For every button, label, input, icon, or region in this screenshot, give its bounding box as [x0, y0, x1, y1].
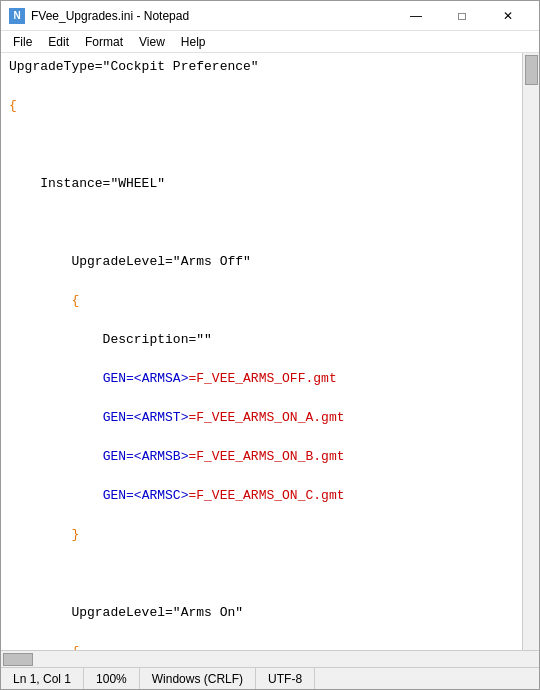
- line-ending: Windows (CRLF): [140, 668, 256, 689]
- window-title: FVee_Upgrades.ini - Notepad: [31, 9, 393, 23]
- line-9: GEN=<ARMSA>=F_VEE_ARMS_OFF.gmt: [9, 369, 514, 389]
- line-13: }: [9, 525, 514, 545]
- encoding: UTF-8: [256, 668, 315, 689]
- line-10: GEN=<ARMST>=F_VEE_ARMS_ON_A.gmt: [9, 408, 514, 428]
- scrollbar-thumb-x[interactable]: [3, 653, 33, 666]
- menu-help[interactable]: Help: [173, 33, 214, 51]
- line-7: {: [9, 291, 514, 311]
- line-15: UpgradeLevel="Arms On": [9, 603, 514, 623]
- scrollbar-thumb-y[interactable]: [525, 55, 538, 85]
- zoom-level: 100%: [84, 668, 140, 689]
- line-4: Instance="WHEEL": [9, 174, 514, 194]
- bottom-area: Ln 1, Col 1 100% Windows (CRLF) UTF-8: [1, 650, 539, 689]
- line-1: UpgradeType="Cockpit Preference": [9, 57, 514, 77]
- minimize-button[interactable]: —: [393, 1, 439, 31]
- text-editor[interactable]: UpgradeType="Cockpit Preference" { Insta…: [1, 53, 522, 650]
- editor-area: UpgradeType="Cockpit Preference" { Insta…: [1, 53, 539, 650]
- line-12: GEN=<ARMSC>=F_VEE_ARMS_ON_C.gmt: [9, 486, 514, 506]
- close-button[interactable]: ✕: [485, 1, 531, 31]
- line-5: [9, 213, 514, 233]
- menu-format[interactable]: Format: [77, 33, 131, 51]
- notepad-window: N FVee_Upgrades.ini - Notepad — □ ✕ File…: [0, 0, 540, 690]
- menu-edit[interactable]: Edit: [40, 33, 77, 51]
- horizontal-scrollbar[interactable]: [1, 650, 539, 667]
- menu-file[interactable]: File: [5, 33, 40, 51]
- menu-bar: File Edit Format View Help: [1, 31, 539, 53]
- line-8: Description="": [9, 330, 514, 350]
- line-2: {: [9, 96, 514, 116]
- line-14: [9, 564, 514, 584]
- title-bar: N FVee_Upgrades.ini - Notepad — □ ✕: [1, 1, 539, 31]
- line-16: {: [9, 642, 514, 650]
- menu-view[interactable]: View: [131, 33, 173, 51]
- vertical-scrollbar[interactable]: [522, 53, 539, 650]
- line-6: UpgradeLevel="Arms Off": [9, 252, 514, 272]
- app-icon: N: [9, 8, 25, 24]
- line-3: [9, 135, 514, 155]
- window-controls: — □ ✕: [393, 1, 531, 31]
- line-11: GEN=<ARMSB>=F_VEE_ARMS_ON_B.gmt: [9, 447, 514, 467]
- maximize-button[interactable]: □: [439, 1, 485, 31]
- status-bar: Ln 1, Col 1 100% Windows (CRLF) UTF-8: [1, 667, 539, 689]
- cursor-position: Ln 1, Col 1: [1, 668, 84, 689]
